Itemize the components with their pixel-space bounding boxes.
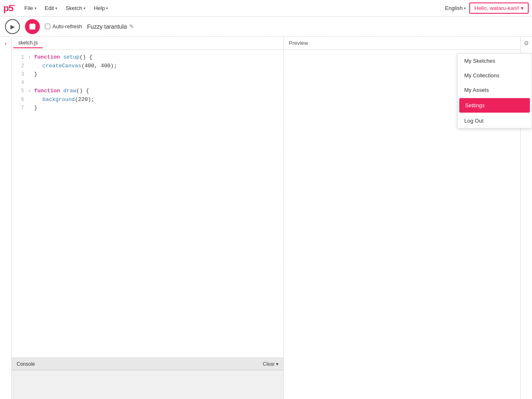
console-panel: Console Clear ▾ [12,357,283,399]
lang-dropdown-arrow: ▾ [464,6,466,10]
dropdown-item-my-collections[interactable]: My Collections [458,68,532,83]
code-line-3: 3 } [12,70,283,79]
sketch-name-text: Fuzzy tarantula [87,23,127,30]
user-dropdown-arrow: ▾ [521,5,524,11]
language-label: English [445,5,463,11]
preview-label: Preview [289,40,308,46]
user-greeting: Hello, wataru-kani! [474,5,519,11]
dropdown-item-my-sketches[interactable]: My Sketches [458,54,532,68]
nav-right: English ▾ Hello, wataru-kani! ▾ [445,2,529,14]
code-line-7: 7 } [12,104,283,112]
dropdown-item-settings[interactable]: Settings [459,98,530,113]
console-label: Console [17,361,35,367]
nav-help[interactable]: Help ▾ [91,3,112,13]
tab-sketch-js[interactable]: sketch.js [13,38,43,48]
stop-button[interactable] [25,19,40,34]
user-menu-button[interactable]: Hello, wataru-kani! ▾ [469,2,529,14]
sketch-dropdown-arrow: ▾ [84,6,86,10]
editor-tabs: sketch.js [12,37,283,50]
code-line-5: 5 ▾ function draw() { [12,87,283,96]
file-dropdown-arrow: ▾ [34,6,37,10]
nav-sketch[interactable]: Sketch ▾ [62,3,89,13]
sketch-name-container: Fuzzy tarantula ✎ [87,23,134,30]
gear-icon[interactable]: ⚙ [524,40,529,47]
chevron-right-icon: › [5,40,7,47]
editor-panel: sketch.js 1 ▾ function setup() { 2 creat… [12,37,284,399]
language-selector[interactable]: English ▾ [445,5,466,11]
edit-dropdown-arrow: ▾ [55,6,57,10]
main-area: › sketch.js 1 ▾ function setup() { 2 cre… [0,37,532,399]
clear-arrow-icon: ▾ [276,361,278,367]
clear-button[interactable]: Clear ▾ [263,361,278,367]
code-editor[interactable]: 1 ▾ function setup() { 2 createCanvas(40… [12,50,283,357]
console-header: Console Clear ▾ [12,358,283,370]
preview-header: Preview [284,37,520,50]
stop-icon [30,24,35,30]
dropdown-item-log-out[interactable]: Log Out [458,113,532,128]
auto-refresh-text: Auto-refresh [52,23,82,30]
toolbar: ▶ Auto-refresh Fuzzy tarantula ✎ [0,17,532,37]
nav-file[interactable]: File ▾ [21,3,40,13]
edit-sketch-name-icon[interactable]: ✎ [129,23,134,30]
code-line-2: 2 createCanvas(400, 400); [12,62,283,70]
dropdown-item-my-assets[interactable]: My Assets [458,83,532,97]
tab-sketch-js-label: sketch.js [18,40,38,46]
top-nav: p5* File ▾ Edit ▾ Sketch ▾ Help ▾ Englis… [0,0,532,17]
logo-sup: * [13,4,15,8]
app-logo: p5* [3,3,15,14]
sidebar-toggle[interactable]: › [0,37,12,399]
code-line-4: 4 [12,79,283,87]
nav-menu: File ▾ Edit ▾ Sketch ▾ Help ▾ [21,3,445,13]
clear-label: Clear [263,361,275,367]
nav-edit[interactable]: Edit ▾ [42,3,61,13]
play-icon: ▶ [10,23,15,30]
code-line-1: 1 ▾ function setup() { [12,53,283,62]
help-dropdown-arrow: ▾ [106,6,108,10]
auto-refresh-label[interactable]: Auto-refresh [45,23,82,30]
user-dropdown-menu: My Sketches My Collections My Assets Set… [457,53,532,128]
code-line-6: 6 background(220); [12,96,283,104]
auto-refresh-checkbox[interactable] [45,24,50,29]
play-button[interactable]: ▶ [5,19,20,34]
console-output [12,370,283,399]
